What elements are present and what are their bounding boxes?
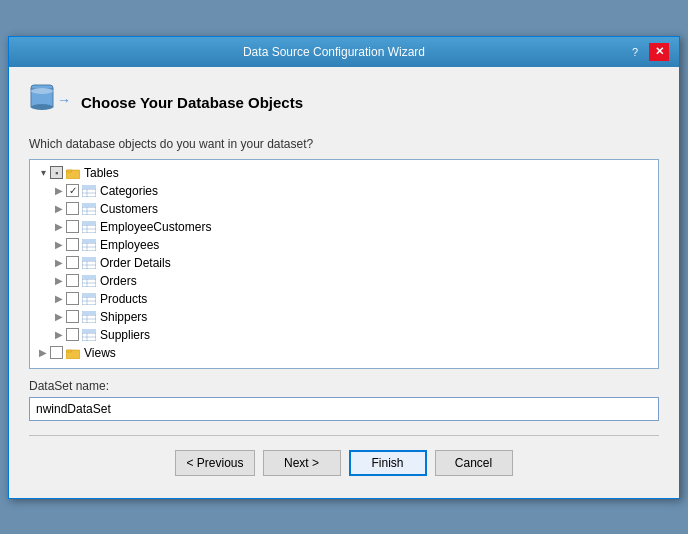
svg-rect-31 [82,257,96,261]
categories-expand-icon[interactable]: ▶ [52,184,66,198]
tables-label: Tables [84,166,119,180]
employeecustomers-table-icon [81,220,97,234]
svg-rect-26 [82,239,96,243]
svg-rect-41 [82,293,96,297]
customers-label: Customers [100,202,158,216]
employeecustomers-label: EmployeeCustomers [100,220,211,234]
shippers-checkbox[interactable] [66,310,79,323]
dataset-label: DataSet name: [29,379,659,393]
tree-item-shippers[interactable]: ▶ Shippers [32,308,656,326]
dataset-section: DataSet name: [29,379,659,421]
svg-rect-16 [82,203,96,207]
employees-checkbox[interactable] [66,238,79,251]
svg-point-4 [31,88,53,94]
customers-table-icon [81,202,97,216]
dataset-name-input[interactable] [29,397,659,421]
orders-checkbox[interactable] [66,274,79,287]
dialog-window: Data Source Configuration Wizard ? ✕ → C… [8,36,680,499]
database-icon: → [29,83,69,123]
orders-label: Orders [100,274,137,288]
svg-rect-36 [82,275,96,279]
views-label: Views [84,346,116,360]
orders-table-icon [81,274,97,288]
cancel-button[interactable]: Cancel [435,450,513,476]
orderdetails-expand-icon[interactable]: ▶ [52,256,66,270]
tables-expand-icon[interactable]: ▾ [36,166,50,180]
svg-rect-51 [82,329,96,333]
categories-table-icon [81,184,97,198]
question-text: Which database objects do you want in yo… [29,137,659,151]
tree-item-suppliers[interactable]: ▶ Suppliers [32,326,656,344]
products-expand-icon[interactable]: ▶ [52,292,66,306]
title-bar: Data Source Configuration Wizard ? ✕ [9,37,679,67]
tree-item-employees[interactable]: ▶ Employees [32,236,656,254]
customers-expand-icon[interactable]: ▶ [52,202,66,216]
shippers-expand-icon[interactable]: ▶ [52,310,66,324]
tree-item-orderdetails[interactable]: ▶ Order Details [32,254,656,272]
svg-rect-21 [82,221,96,225]
products-label: Products [100,292,147,306]
employeecustomers-expand-icon[interactable]: ▶ [52,220,66,234]
suppliers-table-icon [81,328,97,342]
finish-button[interactable]: Finish [349,450,427,476]
header-section: → Choose Your Database Objects [29,83,659,123]
next-button[interactable]: Next > [263,450,341,476]
tree-item-orders[interactable]: ▶ Orders [32,272,656,290]
shippers-label: Shippers [100,310,147,324]
title-bar-controls: ? ✕ [625,43,669,61]
employees-table-icon [81,238,97,252]
tree-item-customers[interactable]: ▶ Customers [32,200,656,218]
help-button[interactable]: ? [625,43,645,61]
suppliers-label: Suppliers [100,328,150,342]
tree-item-employeecustomers[interactable]: ▶ EmployeeCustomers [32,218,656,236]
svg-text:→: → [57,92,69,108]
previous-button[interactable]: < Previous [175,450,254,476]
orders-expand-icon[interactable]: ▶ [52,274,66,288]
svg-point-2 [31,104,53,110]
suppliers-checkbox[interactable] [66,328,79,341]
tree-tables-root[interactable]: ▾ ▪ Tables [32,164,656,182]
orderdetails-checkbox[interactable] [66,256,79,269]
tree-container[interactable]: ▾ ▪ Tables ▶ [29,159,659,369]
products-table-icon [81,292,97,306]
customers-checkbox[interactable] [66,202,79,215]
views-checkbox[interactable] [50,346,63,359]
button-row: < Previous Next > Finish Cancel [29,444,659,488]
svg-rect-11 [82,185,96,189]
products-checkbox[interactable] [66,292,79,305]
categories-label: Categories [100,184,158,198]
close-button[interactable]: ✕ [649,43,669,61]
svg-rect-53 [66,350,72,352]
tables-folder-icon [65,166,81,180]
orderdetails-label: Order Details [100,256,171,270]
views-expand-icon[interactable]: ▶ [36,346,50,360]
tree-views-root[interactable]: ▶ Views [32,344,656,362]
dialog-body: → Choose Your Database Objects Which dat… [9,67,679,498]
page-title: Choose Your Database Objects [81,94,303,111]
tree-item-products[interactable]: ▶ Products [32,290,656,308]
employeecustomers-checkbox[interactable] [66,220,79,233]
shippers-table-icon [81,310,97,324]
employees-label: Employees [100,238,159,252]
categories-checkbox[interactable] [66,184,79,197]
svg-rect-6 [66,170,72,172]
employees-expand-icon[interactable]: ▶ [52,238,66,252]
suppliers-expand-icon[interactable]: ▶ [52,328,66,342]
dialog-title: Data Source Configuration Wizard [43,45,625,59]
tables-checkbox[interactable]: ▪ [50,166,63,179]
views-folder-icon [65,346,81,360]
divider [29,435,659,436]
svg-rect-46 [82,311,96,315]
orderdetails-table-icon [81,256,97,270]
tree-item-categories[interactable]: ▶ Categories [32,182,656,200]
